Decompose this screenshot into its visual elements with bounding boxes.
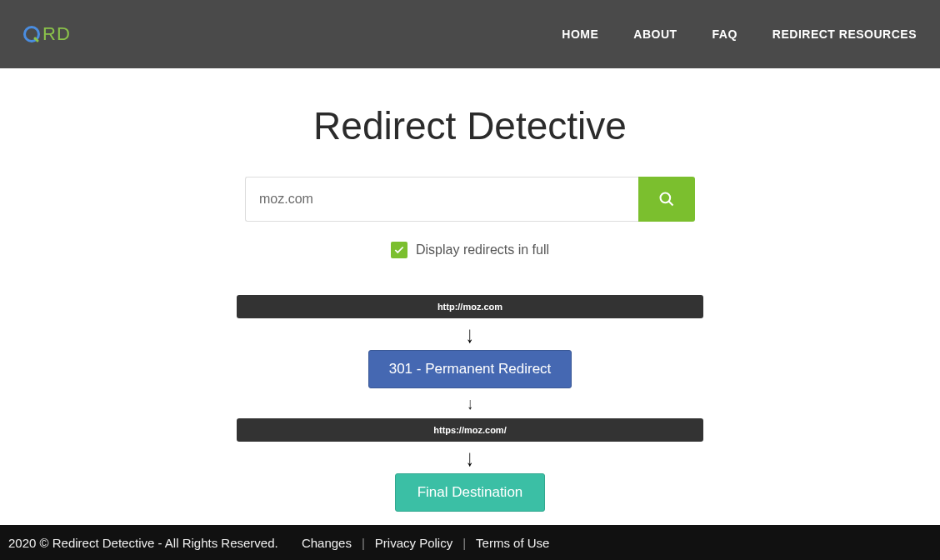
logo-letter-d: D [57,23,71,45]
logo-q-icon [23,26,40,42]
svg-point-0 [661,193,671,203]
logo[interactable]: R D [23,23,71,45]
nav-about[interactable]: ABOUT [633,28,677,41]
nav-faq[interactable]: FAQ [712,28,738,41]
footer: 2020 © Redirect Detective - All Rights R… [0,525,940,560]
primary-nav: HOME ABOUT FAQ REDIRECT RESOURCES [562,28,917,41]
footer-copyright: 2020 © Redirect Detective - All Rights R… [8,536,278,550]
logo-letter-r: R [42,23,57,45]
arrow-down-icon: ↓ [466,447,474,470]
main-content: Redirect Detective Display redirects in … [0,68,940,512]
display-full-row: Display redirects in full [391,242,549,258]
search-icon [658,191,675,208]
trace-url-source: http://moz.com [237,295,703,318]
footer-link-privacy[interactable]: Privacy Policy [375,536,452,550]
arrow-down-icon: ↓ [466,323,474,347]
footer-link-terms[interactable]: Terms of Use [476,536,549,550]
svg-line-1 [669,202,673,206]
url-input[interactable] [245,177,638,222]
footer-link-changes[interactable]: Changes [302,536,352,550]
page-title: Redirect Detective [313,103,627,148]
trace-url-dest: https://moz.com/ [237,418,703,442]
search-button[interactable] [638,177,695,222]
separator: | [462,536,466,550]
separator: | [362,536,365,550]
display-full-checkbox[interactable] [391,242,408,258]
trace-status-301: 301 - Permanent Redirect [368,350,572,388]
trace-final-badge: Final Destination [395,473,546,512]
check-icon [393,244,405,256]
arrow-down-icon: ↓ [468,395,473,412]
top-bar: R D HOME ABOUT FAQ REDIRECT RESOURCES [0,0,940,68]
nav-resources[interactable]: REDIRECT RESOURCES [772,28,917,41]
display-full-label: Display redirects in full [416,242,549,258]
nav-home[interactable]: HOME [562,28,598,41]
search-form [245,177,695,222]
redirect-trace: http://moz.com ↓ 301 - Permanent Redirec… [237,295,703,512]
